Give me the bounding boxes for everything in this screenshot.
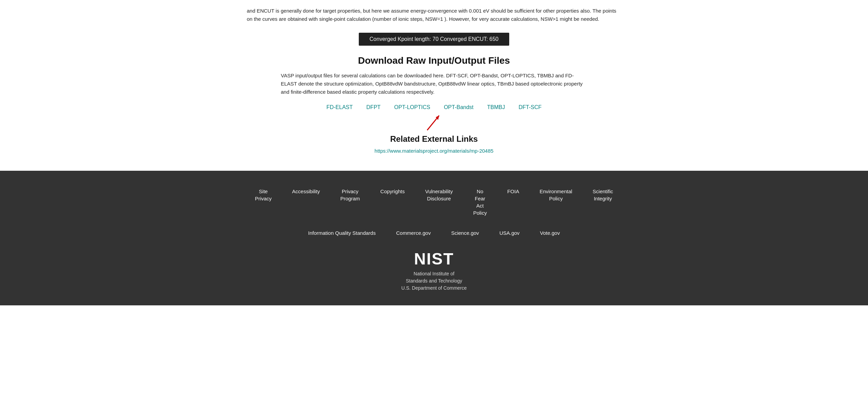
footer-logo: NIST National Institute of Standards and… bbox=[10, 249, 858, 292]
footer-usa[interactable]: USA.gov bbox=[499, 230, 519, 236]
footer-nav-row2: Information Quality Standards Commerce.g… bbox=[10, 230, 858, 236]
footer-vulnerability[interactable]: VulnerabilityDisclosure bbox=[425, 188, 453, 202]
nist-logo: NIST bbox=[414, 249, 454, 268]
opt-loptics-link[interactable]: OPT-LOPTICS bbox=[394, 104, 430, 110]
footer-environmental[interactable]: EnvironmentalPolicy bbox=[540, 188, 572, 202]
footer-info-quality[interactable]: Information Quality Standards bbox=[308, 230, 375, 236]
footer-science[interactable]: Science.gov bbox=[451, 230, 479, 236]
tbmbj-link[interactable]: TBMBJ bbox=[487, 104, 505, 110]
arrow-container bbox=[20, 114, 848, 131]
fd-elast-link[interactable]: FD-ELAST bbox=[326, 104, 353, 110]
footer-commerce[interactable]: Commerce.gov bbox=[396, 230, 431, 236]
footer-privacy-program[interactable]: PrivacyProgram bbox=[340, 188, 360, 202]
footer: SitePrivacy Accessibility PrivacyProgram… bbox=[0, 171, 868, 305]
nist-subtitle: National Institute of Standards and Tech… bbox=[401, 270, 467, 292]
convergence-badge: Converged Kpoint length: 70 Converged EN… bbox=[359, 33, 510, 46]
related-title: Related External Links bbox=[20, 134, 848, 144]
footer-accessibility[interactable]: Accessibility bbox=[292, 188, 320, 195]
red-arrow-icon bbox=[424, 114, 444, 131]
footer-vote[interactable]: Vote.gov bbox=[540, 230, 560, 236]
download-links: FD-ELAST DFPT OPT-LOPTICS OPT-Bandst TBM… bbox=[20, 104, 848, 110]
footer-nav-row1: SitePrivacy Accessibility PrivacyProgram… bbox=[10, 188, 858, 216]
related-link[interactable]: https://www.materialsproject.org/materia… bbox=[20, 148, 848, 154]
main-content: and ENCUT is generally done for target p… bbox=[0, 0, 868, 171]
dfpt-link[interactable]: DFPT bbox=[366, 104, 381, 110]
convergence-box: Converged Kpoint length: 70 Converged EN… bbox=[20, 33, 848, 46]
footer-copyrights[interactable]: Copyrights bbox=[380, 188, 405, 195]
footer-site-privacy[interactable]: SitePrivacy bbox=[255, 188, 272, 202]
intro-text: and ENCUT is generally done for target p… bbox=[247, 7, 621, 23]
footer-scientific[interactable]: ScientificIntegrity bbox=[593, 188, 613, 202]
footer-no-fear[interactable]: NoFearActPolicy bbox=[473, 188, 487, 216]
dft-scf-link[interactable]: DFT-SCF bbox=[518, 104, 542, 110]
opt-bandst-link[interactable]: OPT-Bandst bbox=[444, 104, 473, 110]
footer-foia[interactable]: FOIA bbox=[507, 188, 519, 195]
download-title: Download Raw Input/Output Files bbox=[20, 55, 848, 66]
download-desc: VASP input/output files for several calc… bbox=[281, 72, 587, 96]
